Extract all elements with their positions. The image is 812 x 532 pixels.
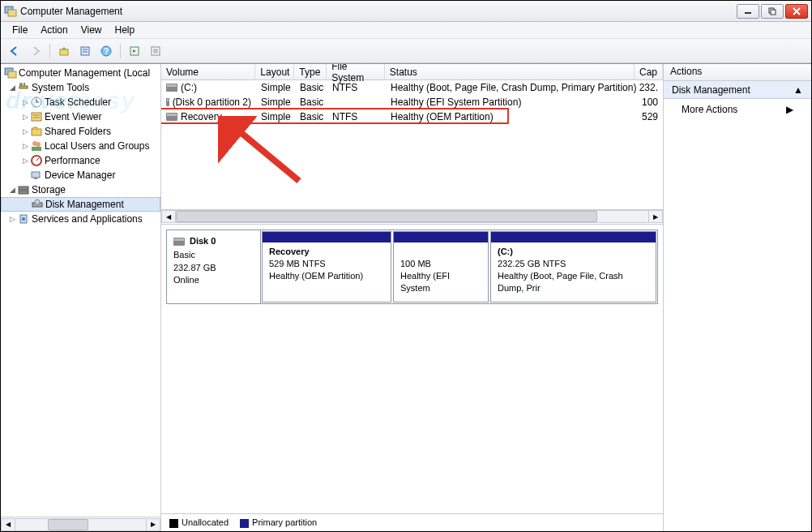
close-button[interactable]: [785, 4, 808, 19]
col-type[interactable]: Type: [294, 64, 327, 79]
svg-point-40: [35, 200, 40, 204]
partition[interactable]: 100 MB Healthy (EFI System: [393, 231, 489, 302]
volume-row[interactable]: Recovery Simple Basic NTFS Healthy (OEM …: [161, 109, 663, 124]
tree-diskmgmt[interactable]: Disk Management: [1, 197, 160, 212]
svg-rect-7: [60, 49, 68, 55]
volume-rows: (C:) Simple Basic NTFS Healthy (Boot, Pa…: [161, 80, 663, 209]
properties-button[interactable]: [76, 42, 94, 60]
tree-task-label: Task Scheduler: [45, 97, 111, 108]
actions-header: Actions: [664, 64, 811, 81]
scroll-left-button[interactable]: ◀: [1, 518, 15, 531]
svg-rect-38: [19, 191, 28, 194]
actions-diskmgmt[interactable]: Disk Management ▲: [664, 81, 811, 99]
volume-hscroll[interactable]: ◀ ▶: [161, 209, 663, 224]
menubar: File Action View Help: [1, 22, 811, 39]
tree-systools[interactable]: ◢ System Tools: [1, 80, 160, 95]
svg-text:?: ?: [104, 47, 109, 56]
expand-icon[interactable]: ▷: [20, 142, 30, 150]
col-cap[interactable]: Cap: [635, 64, 663, 79]
minimize-button[interactable]: [737, 4, 759, 19]
actions-panel: Actions Disk Management ▲ More Actions ▶: [664, 64, 811, 531]
svg-rect-36: [34, 178, 37, 179]
expand-icon[interactable]: ▷: [20, 113, 30, 121]
tree-perf-label: Performance: [45, 155, 100, 166]
collapse-icon: ▲: [793, 84, 803, 96]
app-window: Computer Management File Action View Hel…: [0, 0, 812, 532]
titlebar: Computer Management: [1, 1, 811, 22]
tree-hscroll[interactable]: ◀ ▶: [1, 517, 160, 531]
refresh-button[interactable]: [126, 42, 143, 60]
tree-services-label: Services and Applications: [32, 213, 143, 225]
tree-root[interactable]: Computer Management (Local: [1, 66, 160, 80]
svg-line-43: [233, 126, 299, 181]
menu-help[interactable]: Help: [109, 23, 142, 37]
scroll-track[interactable]: [176, 210, 648, 223]
scroll-right-button[interactable]: ▶: [648, 210, 663, 223]
scroll-track[interactable]: [15, 518, 146, 531]
window-title: Computer Management: [20, 6, 737, 17]
svg-rect-29: [32, 129, 41, 135]
disk-row[interactable]: Disk 0 Basic 232.87 GB Online Recovery 5…: [166, 230, 658, 304]
disk-icon: [173, 238, 185, 246]
col-volume[interactable]: Volume: [161, 64, 255, 79]
scroll-thumb[interactable]: [48, 519, 88, 530]
menu-file[interactable]: File: [6, 23, 34, 37]
tree-root-label: Computer Management (Local: [19, 67, 150, 79]
volume-header: Volume Layout Type File System Status Ca…: [161, 64, 663, 80]
expand-icon[interactable]: ▷: [20, 98, 30, 106]
tree-storage[interactable]: ◢ Storage: [1, 182, 160, 197]
tree-perf[interactable]: ▷ Performance: [1, 153, 160, 168]
actions-more[interactable]: More Actions ▶: [664, 99, 811, 120]
menu-action[interactable]: Action: [34, 23, 74, 37]
scroll-right-button[interactable]: ▶: [146, 518, 160, 531]
expand-icon[interactable]: ▷: [20, 127, 30, 135]
forward-button[interactable]: [27, 42, 45, 60]
maximize-button[interactable]: [761, 4, 784, 19]
unallocated-swatch: [169, 519, 178, 528]
list-button[interactable]: [147, 42, 165, 60]
tree-shared-label: Shared Folders: [45, 126, 111, 137]
back-button[interactable]: [6, 42, 24, 60]
legend: Unallocated Primary partition: [161, 513, 663, 531]
tree-diskmgmt-label: Disk Management: [45, 199, 124, 210]
tree-devmgr[interactable]: Device Manager: [1, 168, 160, 182]
tree-users[interactable]: ▷ Local Users and Groups: [1, 139, 160, 153]
col-layout[interactable]: Layout: [255, 64, 294, 79]
tree-event[interactable]: ▷ Event Viewer: [1, 109, 160, 124]
expand-icon[interactable]: ▷: [7, 215, 17, 223]
svg-rect-26: [32, 113, 41, 121]
tree-task[interactable]: ▷ Task Scheduler: [1, 95, 160, 109]
tree-services[interactable]: ▷ Services and Applications: [1, 212, 160, 226]
content-area: drivereasy Computer Management (Local ◢ …: [1, 63, 811, 531]
scroll-thumb[interactable]: [176, 211, 597, 222]
col-status[interactable]: Status: [385, 64, 635, 79]
expand-icon[interactable]: ▷: [20, 157, 30, 165]
svg-rect-4: [771, 10, 776, 15]
up-button[interactable]: [55, 42, 73, 60]
tree-storage-label: Storage: [32, 184, 66, 195]
svg-rect-32: [32, 147, 41, 151]
svg-rect-22: [24, 83, 25, 87]
tree-shared[interactable]: ▷ Shared Folders: [1, 124, 160, 139]
svg-point-42: [22, 217, 25, 221]
menu-view[interactable]: View: [75, 23, 109, 37]
tree[interactable]: Computer Management (Local ◢ System Tool…: [1, 64, 160, 517]
app-icon: [4, 5, 17, 18]
collapse-icon[interactable]: ◢: [7, 84, 17, 92]
col-fs[interactable]: File System: [327, 64, 385, 79]
partition[interactable]: Recovery 529 MB NTFS Healthy (OEM Partit…: [262, 231, 391, 302]
tree-event-label: Event Viewer: [45, 111, 101, 122]
partition[interactable]: (C:) 232.25 GB NTFS Healthy (Boot, Page …: [490, 231, 656, 302]
scroll-left-button[interactable]: ◀: [161, 210, 176, 223]
svg-rect-35: [32, 172, 40, 178]
tree-users-label: Local Users and Groups: [45, 140, 149, 152]
tree-devmgr-label: Device Manager: [45, 169, 115, 181]
volume-icon: [166, 113, 177, 121]
toolbar: ?: [1, 39, 811, 63]
help-button[interactable]: ?: [97, 42, 115, 60]
volume-row[interactable]: (C:) Simple Basic NTFS Healthy (Boot, Pa…: [161, 80, 663, 95]
volume-row[interactable]: (Disk 0 partition 2) Simple Basic Health…: [161, 95, 663, 109]
disk-graphic-area: Disk 0 Basic 232.87 GB Online Recovery 5…: [161, 225, 663, 513]
collapse-icon[interactable]: ◢: [7, 186, 17, 194]
tree-panel: drivereasy Computer Management (Local ◢ …: [1, 64, 161, 531]
